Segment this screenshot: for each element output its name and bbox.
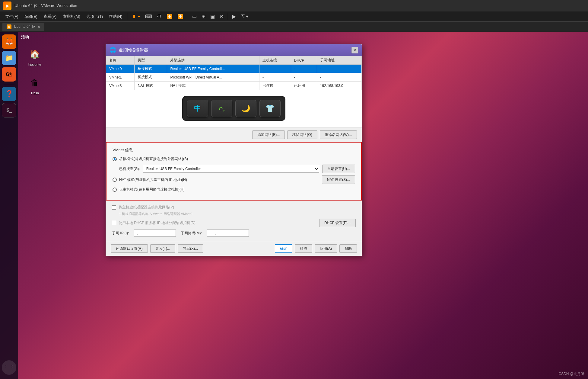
help-btn[interactable]: 帮助 [339,244,357,253]
vmnet8-external: NAT 模式 [167,82,259,90]
vmnet8-type: NAT 模式 [135,82,167,90]
vmnet8-dhcp: 已启用 [291,82,317,90]
toolbar-pause-btn[interactable]: ⏸ ▾ [129,13,142,20]
col-type: 类型 [135,56,167,65]
vm-tab-ubuntu[interactable]: U Ubuntu 64 位 × [2,23,44,31]
dialog-content: 名称 类型 外部连接 主机连接 DHCP 子网地址 VMnet0 桥接模式 Re… [106,56,362,256]
host-only-mode-row: 仅主机模式(在专用网络内连接虚拟机)(H) [113,187,355,192]
toolbar-none-btn[interactable]: ⊗ [217,13,226,20]
toolbar-revert-btn[interactable]: ⏫ [164,13,175,20]
dialog-titlebar: 🌐 虚拟网络编辑器 ✕ [106,44,362,56]
toolbar-unity-btn[interactable]: ▣ [208,13,217,20]
table-actions: 添加网络(E)... 移除网络(O) 重命名网络(W)... [106,127,362,142]
vmnet1-name: VMnet1 [106,73,135,82]
connect-adapter-label: 将主机虚拟适配器连接到此网络(V) [119,205,174,210]
vm-tab-icon: U [7,24,11,29]
nat-mode-radio[interactable] [113,178,117,182]
nat-settings-btn[interactable]: NAT 设置(S)... [322,175,355,184]
cancel-btn[interactable]: 取消 [295,244,312,253]
toolbar-snapshot-btn[interactable]: ⏱ [154,13,164,20]
dhcp-label: 使用本地 DHCP 服务将 IP 地址分配给虚拟机(D) [119,220,195,226]
import-btn[interactable]: 导入(T)... [150,244,175,253]
host-only-mode-radio[interactable] [113,188,117,192]
vmnet1-subnet: - [317,73,361,82]
dhcp-row: 使用本地 DHCP 服务将 IP 地址分配给虚拟机(D) DHCP 设置(P).… [112,219,356,227]
dialog-close-btn[interactable]: ✕ [351,47,358,53]
vmware-titlebar: ▶ Ubuntu 64 位 - VMware Workstation [0,0,588,11]
vmnet0-name: VMnet0 [106,65,135,73]
ip-row: 子网 IP (I): 子网掩码(M): [112,230,356,237]
menu-file[interactable]: 文件(F) [2,13,21,21]
vmnet0-subnet: - [317,65,361,73]
bridge-to-select[interactable]: Realtek USB FE Family Controller [143,165,319,173]
key-chinese[interactable]: 中 [187,100,208,117]
dialog-title-text: 虚拟网络编辑器 [119,47,148,53]
auto-setup-btn[interactable]: 自动设置(U)... [322,165,355,173]
vmnet0-external: Realtek USB FE Family Controll... [167,65,259,73]
nat-mode-label: NAT 模式(与虚拟机共享主机的 IP 地址)(N) [119,177,187,182]
toolbar-separator-3 [228,13,228,20]
subnet-ip-label: 子网 IP (I): [112,231,129,236]
vmnet-lower-section: 将主机虚拟适配器连接到此网络(V) 主机虚拟适配器名称: VMware 网络适配… [106,201,362,241]
table-row-vmnet0[interactable]: VMnet0 桥接模式 Realtek USB FE Family Contro… [106,65,362,73]
subnet-mask-input[interactable] [207,230,249,237]
network-table: 名称 类型 外部连接 主机连接 DHCP 子网地址 VMnet0 桥接模式 Re… [106,56,362,90]
toolbar-window-btn[interactable]: ⊞ [199,13,208,20]
key-punctuation[interactable]: ○, [211,100,232,117]
export-btn[interactable]: 导出(X)... [178,244,203,253]
col-external: 外部连接 [167,56,259,65]
toolbar-shutdown-btn[interactable]: ⏬ [175,13,186,20]
vmnet8-name: VMnet8 [106,82,135,90]
col-dhcp: DHCP [291,56,317,65]
bridge-to-label: 已桥接至(G): [119,166,140,172]
bridge-to-row: 已桥接至(G): Realtek USB FE Family Controlle… [119,165,355,173]
rename-network-btn[interactable]: 重命名网络(W)... [320,130,357,139]
col-name: 名称 [106,56,135,65]
apply-btn[interactable]: 应用(A) [315,244,337,253]
bridge-mode-radio[interactable] [113,157,117,161]
vmnet0-type: 桥接模式 [135,65,167,73]
bridge-mode-label: 桥接模式(将虚拟机直接连接到外部网络)(B) [119,156,188,162]
toolbar-separator-2 [188,13,188,20]
col-subnet: 子网地址 [317,56,361,65]
virtual-network-editor-dialog: 🌐 虚拟网络编辑器 ✕ 名称 类型 外部连接 主机连接 DHCP 子网地址 [106,44,362,256]
vmnet1-external: Microsoft Wi-Fi Direct Virtual A... [167,73,259,82]
restore-defaults-btn[interactable]: 还原默认设置(R) [111,244,148,253]
add-network-btn[interactable]: 添加网络(E)... [252,130,285,139]
toolbar-shrink-btn[interactable]: ⇱ ▾ [238,13,251,20]
dialog-actions: 还原默认设置(R) 导入(T)... 导出(X)... 确定 取消 应用(A) … [106,241,362,256]
vmnet1-host: - [259,73,291,82]
vmnet0-host: - [259,65,291,73]
menu-edit[interactable]: 编辑(E) [21,13,40,21]
vm-tab-label: Ubuntu 64 位 [14,24,35,29]
dhcp-settings-btn[interactable]: DHCP 设置(P)... [319,219,356,227]
menu-vm[interactable]: 虚拟机(M) [59,13,83,21]
key-moon[interactable]: 🌙 [235,100,256,117]
dhcp-checkbox[interactable] [112,221,116,225]
table-row-vmnet8[interactable]: VMnet8 NAT 模式 NAT 模式 已连接 已启用 192.168.193… [106,82,362,90]
adapter-name-label: 主机虚拟适配器名称: VMware 网络适配器 VMnet0 [119,212,356,216]
toolbar-console-btn[interactable]: ▶ [230,13,238,20]
ok-btn[interactable]: 确定 [275,244,292,253]
vmnet1-type: 桥接模式 [135,73,167,82]
remove-network-btn[interactable]: 移除网络(O) [287,130,317,139]
connect-adapter-checkbox[interactable] [112,205,116,210]
vmware-logo: ▶ [3,2,11,10]
menu-tab[interactable]: 选项卡(T) [83,13,106,21]
toolbar-fullscreen-btn[interactable]: ▭ [190,13,199,20]
vmnet8-subnet: 192.168.193.0 [317,82,361,90]
vmnet0-dhcp: - [291,65,317,73]
subnet-ip-input[interactable] [134,230,176,237]
connect-adapter-row: 将主机虚拟适配器连接到此网络(V) [112,205,356,210]
key-shirt[interactable]: 👕 [259,100,281,117]
vm-tab-close-btn[interactable]: × [38,24,40,29]
nat-mode-row: NAT 模式(与虚拟机共享主机的 IP 地址)(N) NAT 设置(S)... [113,175,355,184]
toolbar-separator-1 [127,13,127,20]
vmware-tabbar: U Ubuntu 64 位 × [0,22,588,32]
menu-view[interactable]: 查看(V) [40,13,59,21]
vmnet8-host: 已连接 [259,82,291,90]
toolbar-send-ctrl-alt-btn[interactable]: ⌨ [143,13,154,20]
vmnet-info-section: VMnet 信息 桥接模式(将虚拟机直接连接到外部网络)(B) 已桥接至(G):… [106,142,362,201]
table-row-vmnet1[interactable]: VMnet1 桥接模式 Microsoft Wi-Fi Direct Virtu… [106,73,362,82]
menu-help[interactable]: 帮助(H) [106,13,125,21]
